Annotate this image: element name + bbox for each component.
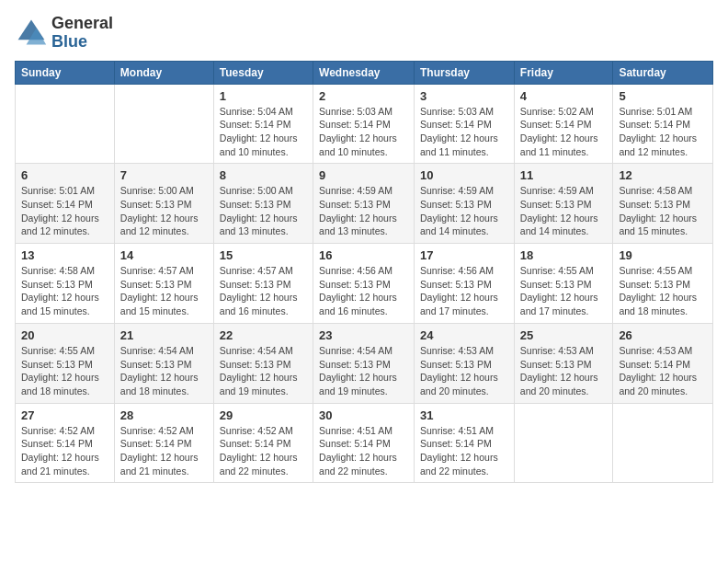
day-cell: 31Sunrise: 4:51 AM Sunset: 5:14 PM Dayli… [415,403,515,483]
col-header-friday: Friday [514,61,613,84]
day-info: Sunrise: 4:52 AM Sunset: 5:14 PM Dayligh… [220,424,307,478]
col-header-thursday: Thursday [415,61,515,84]
day-cell: 7Sunrise: 5:00 AM Sunset: 5:13 PM Daylig… [114,164,213,244]
day-number: 9 [319,168,408,182]
day-cell: 20Sunrise: 4:55 AM Sunset: 5:13 PM Dayli… [16,323,115,403]
day-number: 13 [21,248,108,262]
day-number: 14 [120,248,208,262]
day-cell: 9Sunrise: 4:59 AM Sunset: 5:13 PM Daylig… [313,164,415,244]
week-row-3: 13Sunrise: 4:58 AM Sunset: 5:13 PM Dayli… [16,244,713,324]
day-cell [613,403,713,483]
day-info: Sunrise: 5:00 AM Sunset: 5:13 PM Dayligh… [120,184,208,238]
day-info: Sunrise: 4:57 AM Sunset: 5:13 PM Dayligh… [120,264,208,318]
day-cell: 29Sunrise: 4:52 AM Sunset: 5:14 PM Dayli… [213,403,313,483]
day-info: Sunrise: 4:56 AM Sunset: 5:13 PM Dayligh… [319,264,408,318]
day-number: 2 [319,89,408,103]
day-info: Sunrise: 4:58 AM Sunset: 5:13 PM Dayligh… [619,184,707,238]
day-number: 5 [619,89,707,103]
day-cell: 23Sunrise: 4:54 AM Sunset: 5:13 PM Dayli… [313,323,415,403]
day-cell: 18Sunrise: 4:55 AM Sunset: 5:13 PM Dayli… [514,244,613,324]
page-header: General Blue [15,15,713,52]
day-cell: 28Sunrise: 4:52 AM Sunset: 5:14 PM Dayli… [114,403,213,483]
logo-icon [15,17,48,50]
day-cell: 1Sunrise: 5:04 AM Sunset: 5:14 PM Daylig… [213,84,313,164]
day-info: Sunrise: 5:03 AM Sunset: 5:14 PM Dayligh… [420,105,508,159]
day-info: Sunrise: 4:52 AM Sunset: 5:14 PM Dayligh… [120,424,208,478]
day-cell: 8Sunrise: 5:00 AM Sunset: 5:13 PM Daylig… [213,164,313,244]
day-cell: 13Sunrise: 4:58 AM Sunset: 5:13 PM Dayli… [16,244,115,324]
day-info: Sunrise: 4:59 AM Sunset: 5:13 PM Dayligh… [319,184,408,238]
week-row-4: 20Sunrise: 4:55 AM Sunset: 5:13 PM Dayli… [16,323,713,403]
logo-text: General Blue [51,15,113,52]
day-info: Sunrise: 5:01 AM Sunset: 5:14 PM Dayligh… [619,105,707,159]
day-number: 27 [21,408,108,422]
day-info: Sunrise: 4:52 AM Sunset: 5:14 PM Dayligh… [21,424,108,478]
day-cell: 12Sunrise: 4:58 AM Sunset: 5:13 PM Dayli… [613,164,713,244]
day-number: 29 [220,408,307,422]
day-info: Sunrise: 4:55 AM Sunset: 5:13 PM Dayligh… [619,264,707,318]
day-number: 24 [420,328,508,342]
day-info: Sunrise: 4:58 AM Sunset: 5:13 PM Dayligh… [21,264,108,318]
day-info: Sunrise: 4:54 AM Sunset: 5:13 PM Dayligh… [220,344,307,398]
day-cell: 4Sunrise: 5:02 AM Sunset: 5:14 PM Daylig… [514,84,613,164]
day-cell: 3Sunrise: 5:03 AM Sunset: 5:14 PM Daylig… [415,84,515,164]
day-info: Sunrise: 4:57 AM Sunset: 5:13 PM Dayligh… [220,264,307,318]
day-number: 30 [319,408,408,422]
day-info: Sunrise: 5:01 AM Sunset: 5:14 PM Dayligh… [21,184,108,238]
day-cell: 19Sunrise: 4:55 AM Sunset: 5:13 PM Dayli… [613,244,713,324]
week-row-5: 27Sunrise: 4:52 AM Sunset: 5:14 PM Dayli… [16,403,713,483]
day-number: 4 [520,89,608,103]
day-info: Sunrise: 4:51 AM Sunset: 5:14 PM Dayligh… [319,424,408,478]
day-info: Sunrise: 4:55 AM Sunset: 5:13 PM Dayligh… [21,344,108,398]
day-info: Sunrise: 4:59 AM Sunset: 5:13 PM Dayligh… [520,184,608,238]
day-info: Sunrise: 5:00 AM Sunset: 5:13 PM Dayligh… [220,184,307,238]
day-number: 22 [220,328,307,342]
day-info: Sunrise: 4:55 AM Sunset: 5:13 PM Dayligh… [520,264,608,318]
col-header-wednesday: Wednesday [313,61,415,84]
day-info: Sunrise: 4:54 AM Sunset: 5:13 PM Dayligh… [319,344,408,398]
calendar-table: SundayMondayTuesdayWednesdayThursdayFrid… [15,61,713,484]
day-cell: 24Sunrise: 4:53 AM Sunset: 5:13 PM Dayli… [415,323,515,403]
day-number: 8 [220,168,307,182]
col-header-saturday: Saturday [613,61,713,84]
day-info: Sunrise: 5:04 AM Sunset: 5:14 PM Dayligh… [220,105,307,159]
day-number: 23 [319,328,408,342]
day-number: 7 [120,168,208,182]
day-cell: 22Sunrise: 4:54 AM Sunset: 5:13 PM Dayli… [213,323,313,403]
col-header-tuesday: Tuesday [213,61,313,84]
day-info: Sunrise: 5:03 AM Sunset: 5:14 PM Dayligh… [319,105,408,159]
col-header-sunday: Sunday [16,61,115,84]
day-number: 3 [420,89,508,103]
day-cell: 14Sunrise: 4:57 AM Sunset: 5:13 PM Dayli… [114,244,213,324]
day-info: Sunrise: 4:53 AM Sunset: 5:13 PM Dayligh… [520,344,608,398]
day-number: 1 [220,89,307,103]
day-number: 26 [619,328,707,342]
day-number: 28 [120,408,208,422]
day-cell: 30Sunrise: 4:51 AM Sunset: 5:14 PM Dayli… [313,403,415,483]
day-cell: 25Sunrise: 4:53 AM Sunset: 5:13 PM Dayli… [514,323,613,403]
day-info: Sunrise: 4:59 AM Sunset: 5:13 PM Dayligh… [420,184,508,238]
day-info: Sunrise: 4:53 AM Sunset: 5:13 PM Dayligh… [420,344,508,398]
day-info: Sunrise: 5:02 AM Sunset: 5:14 PM Dayligh… [520,105,608,159]
day-number: 15 [220,248,307,262]
calendar-header-row: SundayMondayTuesdayWednesdayThursdayFrid… [16,61,713,84]
day-number: 10 [420,168,508,182]
day-number: 25 [520,328,608,342]
day-cell: 27Sunrise: 4:52 AM Sunset: 5:14 PM Dayli… [16,403,115,483]
day-info: Sunrise: 4:54 AM Sunset: 5:13 PM Dayligh… [120,344,208,398]
day-cell: 21Sunrise: 4:54 AM Sunset: 5:13 PM Dayli… [114,323,213,403]
logo: General Blue [15,15,113,52]
day-number: 11 [520,168,608,182]
day-number: 21 [120,328,208,342]
day-number: 20 [21,328,108,342]
day-cell: 11Sunrise: 4:59 AM Sunset: 5:13 PM Dayli… [514,164,613,244]
day-info: Sunrise: 4:56 AM Sunset: 5:13 PM Dayligh… [420,264,508,318]
day-number: 12 [619,168,707,182]
day-cell: 6Sunrise: 5:01 AM Sunset: 5:14 PM Daylig… [16,164,115,244]
day-number: 19 [619,248,707,262]
day-number: 31 [420,408,508,422]
day-info: Sunrise: 4:51 AM Sunset: 5:14 PM Dayligh… [420,424,508,478]
day-cell: 17Sunrise: 4:56 AM Sunset: 5:13 PM Dayli… [415,244,515,324]
day-cell: 16Sunrise: 4:56 AM Sunset: 5:13 PM Dayli… [313,244,415,324]
day-cell: 10Sunrise: 4:59 AM Sunset: 5:13 PM Dayli… [415,164,515,244]
